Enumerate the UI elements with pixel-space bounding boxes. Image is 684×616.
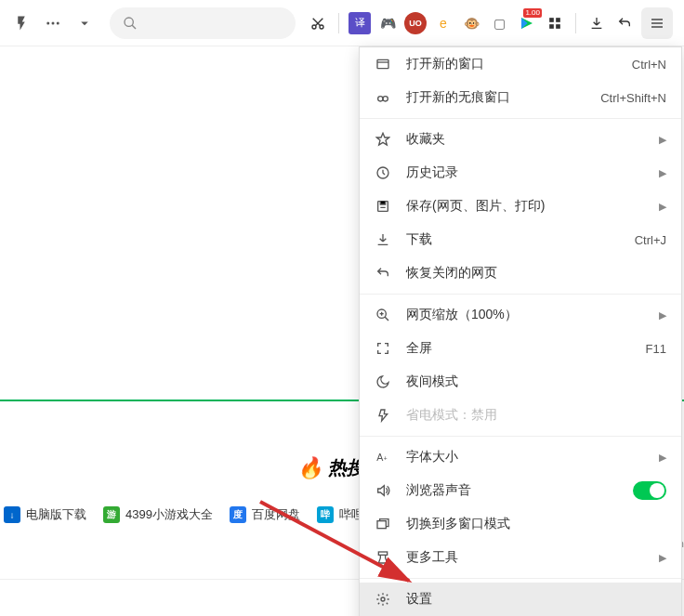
- undo-icon[interactable]: [613, 12, 636, 34]
- zoom-icon: [375, 308, 391, 322]
- cut-icon[interactable]: [307, 12, 329, 34]
- divider: [338, 13, 339, 33]
- svg-line-4: [132, 25, 136, 29]
- menu-item-history[interactable]: 历史记录 ▶: [360, 156, 681, 190]
- menu-separator: [360, 294, 681, 295]
- restore-icon: [375, 266, 391, 281]
- chevron-right-icon: ▶: [659, 167, 666, 179]
- quick-link[interactable]: 度百度网盘: [230, 506, 300, 523]
- menu-item-fullscreen[interactable]: 全屏 F11: [360, 332, 681, 365]
- book-ext-icon[interactable]: ▢: [488, 12, 510, 34]
- quick-link[interactable]: 游4399小游戏大全: [103, 506, 213, 523]
- svg-point-20: [383, 97, 388, 101]
- svg-rect-12: [556, 24, 560, 29]
- menu-item-window[interactable]: 打开新的窗口 Ctrl+N: [360, 47, 681, 81]
- menu-item-multiwin[interactable]: 切换到多窗口模式: [360, 507, 681, 541]
- menu-item-label: 收藏夹: [406, 131, 644, 148]
- svg-line-25: [385, 317, 388, 321]
- hot-search-label: 🔥 热搜: [297, 455, 365, 480]
- ublock-ext-icon[interactable]: UO: [404, 12, 427, 34]
- svg-text:+: +: [384, 455, 388, 462]
- menu-item-download[interactable]: 下载 Ctrl+J: [360, 223, 681, 256]
- menu-shortcut: Ctrl+N: [632, 58, 666, 72]
- font-icon: A+: [375, 450, 391, 465]
- svg-point-32: [381, 597, 385, 601]
- menu-separator: [360, 436, 681, 437]
- save-icon: [375, 199, 391, 214]
- power-icon: [375, 408, 391, 423]
- menu-item-night[interactable]: 夜间模式: [360, 365, 681, 399]
- menu-item-font[interactable]: A+ 字体大小 ▶: [360, 440, 681, 474]
- menu-item-label: 切换到多窗口模式: [406, 516, 666, 532]
- menu-item-settings[interactable]: 设置: [360, 583, 681, 616]
- menu-item-label: 恢复关闭的网页: [406, 265, 666, 282]
- ext-badge: 1.00: [523, 8, 542, 18]
- main-menu: 打开新的窗口 Ctrl+N 打开新的无痕窗口 Ctrl+Shift+N 收藏夹 …: [359, 46, 682, 616]
- flash-button[interactable]: [7, 9, 35, 37]
- menu-shortcut: F11: [646, 342, 666, 356]
- svg-rect-31: [378, 552, 387, 555]
- history-icon: [375, 165, 391, 180]
- game-ext-icon[interactable]: 🎮: [376, 12, 399, 34]
- menu-item-label: 打开新的无痕窗口: [406, 89, 585, 106]
- star-icon: [375, 132, 391, 147]
- menu-separator: [360, 118, 681, 119]
- menu-item-label: 下载: [406, 231, 620, 248]
- monkey-ext-icon[interactable]: 🐵: [460, 12, 482, 34]
- toolbar: 译 🎮 UO e 🐵 ▢ 1.00: [0, 0, 684, 46]
- multiwin-icon: [375, 517, 391, 531]
- chevron-right-icon: ▶: [659, 201, 666, 213]
- apps-ext-icon[interactable]: [544, 12, 566, 34]
- menu-item-label: 历史记录: [406, 164, 644, 181]
- download-icon[interactable]: [585, 12, 608, 34]
- window-icon: [375, 57, 391, 72]
- menu-item-label: 更多工具: [406, 549, 644, 566]
- incognito-icon: [375, 90, 391, 105]
- menu-item-restore[interactable]: 恢复关闭的网页: [360, 256, 681, 290]
- ie-ext-icon[interactable]: e: [432, 12, 454, 34]
- chevron-right-icon: ▶: [659, 452, 666, 464]
- search-input[interactable]: [110, 7, 296, 39]
- chevron-right-icon: ▶: [659, 309, 666, 321]
- menu-item-sound[interactable]: 浏览器声音: [360, 474, 681, 507]
- quick-link[interactable]: ↓电脑版下载: [4, 506, 86, 523]
- menu-item-tools[interactable]: 更多工具 ▶: [360, 541, 681, 574]
- search-icon: [123, 16, 138, 31]
- svg-point-19: [378, 97, 383, 101]
- svg-point-0: [46, 21, 49, 24]
- menu-button[interactable]: [641, 7, 673, 39]
- menu-item-zoom[interactable]: 网页缩放（100%） ▶: [360, 298, 681, 332]
- sound-icon: [375, 483, 391, 498]
- link-icon: 游: [103, 506, 120, 523]
- divider: [575, 13, 576, 33]
- menu-item-label: 网页缩放（100%）: [406, 307, 644, 323]
- night-icon: [375, 374, 391, 389]
- chevron-right-icon: ▶: [659, 134, 666, 146]
- menu-item-incognito[interactable]: 打开新的无痕窗口 Ctrl+Shift+N: [360, 81, 681, 114]
- translate-ext-icon[interactable]: 译: [349, 12, 371, 34]
- svg-point-1: [52, 21, 55, 24]
- menu-item-save[interactable]: 保存(网页、图片、打印) ▶: [360, 190, 681, 223]
- menu-shortcut: Ctrl+J: [635, 233, 666, 247]
- svg-rect-11: [549, 24, 554, 29]
- chevron-right-icon: ▶: [659, 552, 666, 564]
- play-ext-icon[interactable]: 1.00: [516, 12, 538, 34]
- svg-point-3: [125, 18, 133, 26]
- menu-item-power: 省电模式：禁用: [360, 399, 681, 432]
- extension-icons: 译 🎮 UO e 🐵 ▢ 1.00: [307, 7, 677, 39]
- link-icon: 度: [230, 506, 246, 523]
- toggle-switch[interactable]: [633, 481, 666, 500]
- menu-item-label: 打开新的窗口: [406, 56, 617, 72]
- download-icon: [375, 232, 391, 247]
- more-button[interactable]: [39, 9, 67, 37]
- link-icon: ↓: [4, 506, 20, 523]
- fullscreen-icon: [375, 341, 391, 356]
- svg-point-2: [57, 21, 59, 24]
- menu-item-label: 浏览器声音: [406, 482, 618, 499]
- svg-rect-17: [377, 59, 388, 68]
- menu-item-label: 字体大小: [406, 449, 644, 465]
- settings-icon: [375, 592, 391, 607]
- dropdown-button[interactable]: [71, 9, 99, 37]
- menu-item-label: 保存(网页、图片、打印): [406, 198, 644, 215]
- menu-item-star[interactable]: 收藏夹 ▶: [360, 123, 681, 156]
